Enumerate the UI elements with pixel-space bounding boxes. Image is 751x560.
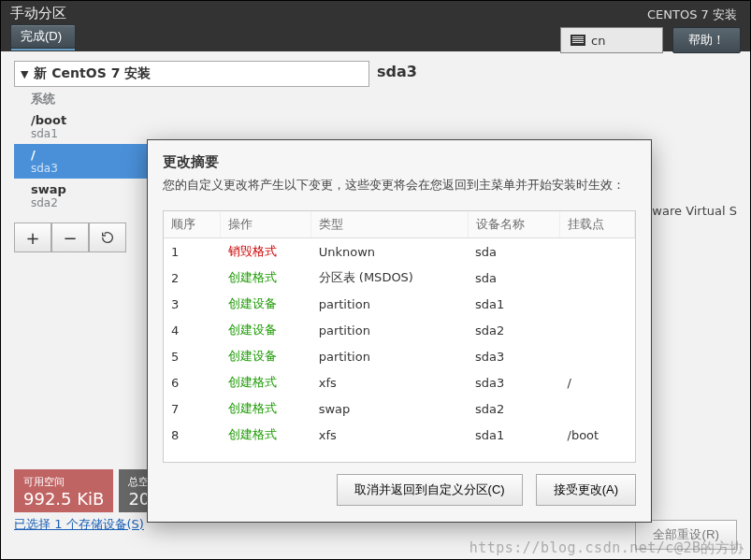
cell-order: 1 [164,238,221,266]
keyboard-icon [570,35,585,46]
col-order[interactable]: 顺序 [164,211,221,238]
remove-button[interactable]: − [51,223,89,252]
table-header-row: 顺序 操作 类型 设备名称 挂载点 [164,211,635,238]
dialog-buttons: 取消并返回到自定义分区(C) 接受更改(A) [148,463,651,517]
keyboard-indicator[interactable]: cn [560,27,663,53]
cell-type: partition [311,291,468,317]
install-expander[interactable]: ▼ 新 CentOS 7 安装 [14,61,369,87]
cell-type: partition [311,343,468,369]
cell-op: 创建格式 [221,395,311,422]
col-op[interactable]: 操作 [221,211,311,238]
accept-button[interactable]: 接受更改(A) [536,474,636,506]
cell-device: sda2 [468,395,559,422]
table-row[interactable]: 8创建格式xfssda1/boot [164,422,635,448]
cell-type: Unknown [311,238,468,266]
partition-name: /boot [31,113,353,127]
cell-device: sda1 [468,422,559,448]
cell-type: swap [311,395,468,422]
section-system: 系统 [14,89,369,109]
table-row[interactable]: 3创建设备partitionsda1 [164,291,635,317]
cell-mount [560,317,635,343]
cell-mount [560,238,635,266]
help-button[interactable]: 帮助！ [672,27,741,53]
cell-mount: /boot [560,422,635,448]
table-row[interactable]: 7创建格式swapsda2 [164,395,635,422]
cell-order: 3 [164,291,221,317]
cell-type: 分区表 (MSDOS) [311,265,468,291]
dialog-title: 更改摘要 [163,153,636,171]
cell-op: 销毁格式 [221,238,311,266]
cell-op: 创建格式 [221,369,311,395]
cell-order: 2 [164,265,221,291]
cell-mount [560,291,635,317]
expander-label: 新 CentOS 7 安装 [34,65,151,82]
cell-op: 创建格式 [221,422,311,448]
cell-type: partition [311,317,468,343]
cell-mount [560,343,635,369]
refresh-button[interactable] [89,223,126,252]
installer-label: CENTOS 7 安装 [647,7,737,23]
cell-op: 创建格式 [221,265,311,291]
cell-device: sda1 [468,291,559,317]
table-row[interactable]: 4创建设备partitionsda2 [164,317,635,343]
table-row[interactable]: 2创建格式分区表 (MSDOS)sda [164,265,635,291]
top-bar-right: CENTOS 7 安装 cn 帮助！ [560,5,741,51]
cell-device: sda3 [468,369,559,395]
keyboard-layout: cn [591,34,605,48]
table-row[interactable]: 5创建设备partitionsda3 [164,343,635,369]
cell-mount [560,395,635,422]
cell-op: 创建设备 [221,317,311,343]
table-row[interactable]: 1销毁格式Unknownsda [164,238,635,266]
top-bar: 手动分区 完成(D) CENTOS 7 安装 cn 帮助！ [1,1,750,51]
cancel-button[interactable]: 取消并返回到自定义分区(C) [337,474,523,506]
top-bar-left: 手动分区 完成(D) [10,5,76,51]
available-space-badge: 可用空间 992.5 KiB [14,469,113,512]
cell-type: xfs [311,422,468,448]
cell-op: 创建设备 [221,291,311,317]
cell-device: sda [468,265,559,291]
cell-device: sda [468,238,559,266]
cell-type: xfs [311,369,468,395]
available-label: 可用空间 [23,475,104,489]
changes-summary-dialog: 更改摘要 您的自定义更改将产生以下变更，这些变更将会在您返回到主菜单并开始安装时… [147,139,652,523]
cell-order: 6 [164,369,221,395]
cell-device: sda2 [468,317,559,343]
done-button[interactable]: 完成(D) [10,24,76,49]
reset-all-button[interactable]: 全部重设(R) [635,520,737,550]
cell-order: 5 [164,343,221,369]
cell-order: 4 [164,317,221,343]
cell-op: 创建设备 [221,343,311,369]
cell-order: 8 [164,422,221,448]
col-type[interactable]: 类型 [311,211,468,238]
add-button[interactable]: + [14,223,51,252]
chevron-down-icon: ▼ [21,68,28,80]
refresh-icon [100,230,115,245]
changes-table-wrap[interactable]: 顺序 操作 类型 设备名称 挂载点 1销毁格式Unknownsda2创建格式分区… [163,210,636,463]
cell-order: 7 [164,395,221,422]
right-title: sda3 [377,61,737,82]
dialog-body: 更改摘要 您的自定义更改将产生以下变更，这些变更将会在您返回到主菜单并开始安装时… [148,140,651,210]
col-device[interactable]: 设备名称 [468,211,559,238]
page-title: 手动分区 [10,5,76,22]
cell-mount [560,265,635,291]
cell-device: sda3 [468,343,559,369]
changes-table: 顺序 操作 类型 设备名称 挂载点 1销毁格式Unknownsda2创建格式分区… [164,211,635,448]
storage-devices-link[interactable]: 已选择 1 个存储设备(S) [14,517,144,531]
available-value: 992.5 KiB [23,489,104,509]
dialog-desc: 您的自定义更改将产生以下变更，这些变更将会在您返回到主菜单并开始安装时生效： [163,177,636,194]
cell-mount: / [560,369,635,395]
table-row[interactable]: 6创建格式xfssda3/ [164,369,635,395]
partition-device: sda1 [31,127,353,140]
col-mount[interactable]: 挂载点 [560,211,635,238]
